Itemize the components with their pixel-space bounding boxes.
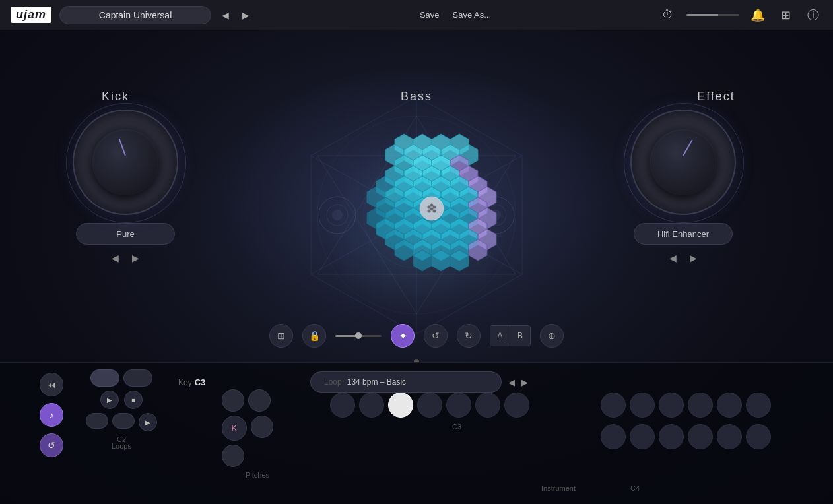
preset-prev-button[interactable]: ◀: [219, 7, 232, 23]
undo-button[interactable]: ↺: [424, 324, 448, 348]
metronome-icon[interactable]: ⏱: [659, 6, 677, 24]
inst-pad-r2-2[interactable]: [630, 424, 655, 449]
transport-extra[interactable]: ▶: [139, 413, 157, 431]
loop-label: Loop: [324, 377, 342, 387]
effect-preset-display: Hifi Enhancer: [634, 223, 733, 245]
stop-button[interactable]: ■: [124, 391, 143, 409]
pad-active[interactable]: [388, 393, 413, 418]
instrument-pads-area: [601, 393, 771, 418]
pad-6[interactable]: [475, 393, 500, 418]
effect-nav-arrows: ◀ ▶: [669, 253, 697, 263]
preset-next-button[interactable]: ▶: [240, 7, 252, 23]
ab-b-button[interactable]: B: [510, 326, 530, 346]
ab-a-button[interactable]: A: [490, 326, 510, 346]
kick-knob[interactable]: [92, 129, 158, 195]
redo-button[interactable]: ↻: [457, 324, 481, 348]
effect-knob-section: Hifi Enhancer ◀ ▶: [630, 110, 736, 263]
loop-small-btn-2[interactable]: [112, 413, 135, 429]
tune-slider[interactable]: [335, 335, 382, 337]
pitch-circle-1[interactable]: [222, 389, 244, 412]
svg-point-82: [433, 210, 436, 213]
pad-5[interactable]: [446, 393, 471, 418]
history-button[interactable]: ⏮: [40, 373, 63, 396]
pads-row-top: [330, 393, 529, 418]
pitch-circle-2[interactable]: [248, 389, 271, 412]
kick-preset-display: Pure: [76, 223, 175, 245]
pad-2[interactable]: [359, 393, 384, 418]
kick-label: Kick: [102, 90, 129, 104]
effect-knob-ring[interactable]: [630, 110, 736, 215]
notifications-icon[interactable]: 🔔: [749, 6, 767, 24]
loop-small-btn-1[interactable]: [86, 413, 108, 429]
loop-bar[interactable]: Loop 134 bpm – Basic: [310, 371, 502, 393]
pitch-circle-3[interactable]: [251, 416, 273, 438]
hexagon-grid-container[interactable]: [284, 83, 549, 334]
plus-circle-button[interactable]: ⊕: [540, 324, 564, 348]
key-display: Key C3: [178, 377, 205, 387]
topbar-right: ⏱ 🔔 ⊞ ⓘ: [659, 6, 822, 24]
lock-button[interactable]: 🔒: [302, 324, 326, 348]
save-as-button[interactable]: Save As...: [453, 10, 492, 20]
ujam-logo: ujam: [11, 7, 51, 23]
svg-point-83: [430, 208, 434, 211]
ab-group: A B: [490, 325, 531, 346]
kick-knob-ring[interactable]: [73, 110, 178, 215]
controls-row: ⊞ 🔒 ✦ ↺ ↻ A B ⊕: [269, 324, 564, 348]
layout-icon[interactable]: ⊞: [776, 6, 795, 24]
key-value: C3: [195, 377, 206, 387]
inst-pad-r2-4[interactable]: [688, 424, 713, 449]
kick-next-button[interactable]: ▶: [132, 253, 139, 263]
main-area: Kick Bass Effect Pure ◀ ▶ Hifi Enhancer …: [0, 30, 833, 504]
bottom-section: ⏮ ♪ ↺ ▶ ■ ▶ C2 Loops Key C3: [0, 362, 833, 504]
volume-slider[interactable]: [686, 14, 739, 16]
mixer-icon-button[interactable]: ⊞: [269, 324, 293, 348]
loop-btn-1[interactable]: [90, 369, 119, 387]
pitches-section: K Pitches: [222, 389, 293, 479]
inst-pad-r2-3[interactable]: [659, 424, 684, 449]
loop-prev-button[interactable]: ◀: [508, 377, 515, 387]
inst-pad-1[interactable]: [601, 393, 626, 418]
kick-prev-button[interactable]: ◀: [112, 253, 119, 263]
svg-point-80: [433, 206, 436, 209]
effect-knob[interactable]: [650, 129, 716, 195]
loop-next-button[interactable]: ▶: [521, 377, 528, 387]
tune-slider-dot: [355, 332, 362, 339]
c4-label: C4: [630, 484, 640, 492]
info-icon[interactable]: ⓘ: [804, 6, 822, 24]
pitch-circle-4[interactable]: [222, 445, 244, 467]
inst-pad-r2-1[interactable]: [601, 424, 626, 449]
inst-pad-3[interactable]: [659, 393, 684, 418]
transport-row: ▶ ■: [100, 391, 143, 409]
inst-pad-4[interactable]: [688, 393, 713, 418]
preset-name-display[interactable]: Captain Universal: [59, 6, 211, 24]
loop-button[interactable]: ↺: [40, 433, 63, 457]
pad-4[interactable]: [417, 393, 442, 418]
loop-btn-2[interactable]: [123, 369, 152, 387]
svg-point-79: [428, 206, 431, 209]
kick-knob-indicator: [118, 138, 125, 156]
inst-pad-2[interactable]: [630, 393, 655, 418]
inst-pad-6[interactable]: [746, 393, 771, 418]
piano-pads-area: C3: [330, 393, 529, 431]
magic-button[interactable]: ✦: [391, 324, 415, 348]
loop-value: 134 bpm – Basic: [347, 377, 406, 387]
pad-1[interactable]: [330, 393, 355, 418]
loop-btns-bottom: ▶: [86, 413, 157, 431]
save-button[interactable]: Save: [420, 10, 440, 20]
pad-7[interactable]: [504, 393, 529, 418]
c3-label: C3: [384, 423, 529, 431]
instrument-label: Instrument: [541, 484, 576, 492]
inst-pad-r2-6[interactable]: [746, 424, 771, 449]
pitch-icon-button[interactable]: K: [222, 416, 247, 441]
inst-pad-r2-5[interactable]: [717, 424, 742, 449]
topbar-center: Save Save As...: [260, 10, 651, 20]
music-note-button[interactable]: ♪: [40, 403, 63, 427]
topbar: ujam Captain Universal ◀ ▶ Save Save As.…: [0, 0, 833, 30]
effect-next-button[interactable]: ▶: [690, 253, 697, 263]
svg-point-81: [428, 210, 431, 213]
key-label: Key: [178, 378, 192, 387]
effect-prev-button[interactable]: ◀: [669, 253, 677, 263]
instrument-pads-row2: [601, 424, 771, 449]
play-button[interactable]: ▶: [100, 391, 119, 409]
inst-pad-5[interactable]: [717, 393, 742, 418]
